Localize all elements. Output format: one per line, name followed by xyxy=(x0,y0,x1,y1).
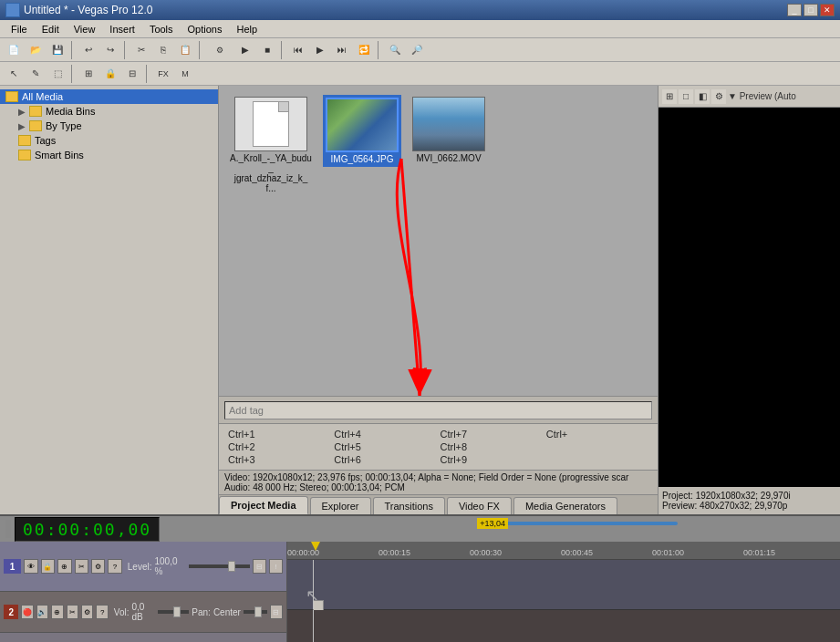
tabs-bar: Project Media Explorer Transitions Video… xyxy=(219,494,658,514)
menu-options[interactable]: Options xyxy=(181,22,230,36)
track-solo-video[interactable]: ! xyxy=(269,559,283,574)
track-btn-a5[interactable]: ⚙ xyxy=(81,605,93,619)
vol-value: 0,0 dB xyxy=(132,602,155,622)
shortcut-ctrl6[interactable]: Ctrl+6 xyxy=(332,453,438,466)
tab-media-generators[interactable]: Media Generators xyxy=(513,497,617,514)
menu-tools[interactable]: Tools xyxy=(142,22,181,36)
preview-tb-btn1[interactable]: ⊞ xyxy=(662,89,677,104)
render-btn[interactable]: ⚙ xyxy=(206,40,233,60)
play-btn[interactable]: ▶ xyxy=(310,40,330,60)
vol-thumb[interactable] xyxy=(173,606,181,617)
track-btn-v1[interactable]: 👁 xyxy=(24,559,37,574)
track-btn-v2[interactable]: 🔒 xyxy=(41,559,55,574)
cut-btn[interactable]: ✂ xyxy=(131,40,151,60)
level-slider[interactable] xyxy=(189,564,249,568)
max-button[interactable]: □ xyxy=(804,4,818,16)
redo-btn[interactable]: ↪ xyxy=(100,40,120,60)
media-content: A._Kroll_-_YA_budu_jgrat_dzhaz_iz_k_f...… xyxy=(219,86,658,514)
track-mute-video[interactable]: ⊟ xyxy=(253,559,266,574)
track-btn-v5[interactable]: ⚙ xyxy=(91,559,105,574)
track-btn-a6[interactable]: ? xyxy=(96,605,108,619)
loop-btn[interactable]: 🔁 xyxy=(354,40,374,60)
toolbar-1: 📄 📂 💾 ↩ ↪ ✂ ⎘ 📋 ⚙ ▶ ■ ⏮ ▶ ⏭ 🔁 🔍 🔎 xyxy=(0,38,840,62)
media-btn[interactable]: M xyxy=(175,64,195,84)
tab-transitions[interactable]: Transitions xyxy=(373,497,445,514)
stop-btn[interactable]: ■ xyxy=(257,40,277,60)
pan-thumb[interactable] xyxy=(254,606,262,617)
tree-item-media-bins[interactable]: ▶ Media Bins xyxy=(0,104,218,119)
vol-slider[interactable] xyxy=(158,610,190,614)
sidebar: All Media ▶ Media Bins ▶ By Type Tags Sm… xyxy=(0,86,219,514)
timeline-section: 00:00:00,00 +13,04 1 👁 🔒 ⊕ ✂ ⚙ ? Level: xyxy=(0,514,840,642)
media-file-2[interactable]: IMG_0564.JPG xyxy=(323,95,401,167)
grid-btn[interactable]: ⊟ xyxy=(122,64,142,84)
save-btn[interactable]: 💾 xyxy=(47,40,67,60)
tab-project-media[interactable]: Project Media xyxy=(219,496,308,514)
tree-item-smart-bins[interactable]: Smart Bins xyxy=(0,148,218,162)
menu-edit[interactable]: Edit xyxy=(35,22,67,36)
tab-explorer[interactable]: Explorer xyxy=(310,497,371,514)
track-btn-v6[interactable]: ? xyxy=(108,559,121,574)
new-btn[interactable]: 📄 xyxy=(4,40,24,60)
pan-slider[interactable] xyxy=(244,610,267,614)
track-btn-a4[interactable]: ✂ xyxy=(67,605,78,619)
tree-item-all-media[interactable]: All Media xyxy=(0,89,218,104)
shortcut-ctrl4[interactable]: Ctrl+4 xyxy=(332,428,438,440)
track-btn-a2[interactable]: 🔊 xyxy=(36,605,48,619)
snap-btn[interactable]: ⊞ xyxy=(78,64,99,84)
tree-item-tags[interactable]: Tags xyxy=(0,133,218,148)
shortcut-ctrl2[interactable]: Ctrl+2 xyxy=(226,440,332,453)
video-track-lane[interactable]: ↖ xyxy=(287,560,840,610)
menu-insert[interactable]: Insert xyxy=(102,22,142,36)
shortcut-ctrl7[interactable]: Ctrl+7 xyxy=(439,428,544,440)
thumb-video-container xyxy=(412,97,485,151)
open-btn[interactable]: 📂 xyxy=(26,40,46,60)
shortcut-ctrl3[interactable]: Ctrl+3 xyxy=(226,453,332,466)
edit-tool[interactable]: ✎ xyxy=(26,64,46,84)
track-btn-a1[interactable]: 🔴 xyxy=(21,605,33,619)
tab-video-fx[interactable]: Video FX xyxy=(447,497,512,514)
timeline-tracks[interactable]: ↖ xyxy=(287,560,840,642)
lock-btn[interactable]: 🔒 xyxy=(100,64,120,84)
zoom-out-btn[interactable]: 🔎 xyxy=(407,40,427,60)
track-btn-v4[interactable]: ✂ xyxy=(75,559,88,574)
media-tree: All Media ▶ Media Bins ▶ By Type Tags Sm… xyxy=(0,86,218,514)
track-btn-v3[interactable]: ⊕ xyxy=(57,559,71,574)
rewind-btn[interactable]: ⏮ xyxy=(288,40,308,60)
track-btn-a3[interactable]: ⊕ xyxy=(51,605,63,619)
fx-btn[interactable]: FX xyxy=(153,64,173,84)
tags-input[interactable] xyxy=(224,401,652,419)
sep4 xyxy=(281,41,285,59)
shortcut-ctrl5[interactable]: Ctrl+5 xyxy=(332,440,438,453)
media-file-3[interactable]: MVI_0662.MOV xyxy=(410,95,487,165)
shortcut-ctrl1[interactable]: Ctrl+1 xyxy=(226,428,332,440)
undo-btn[interactable]: ↩ xyxy=(78,40,99,60)
menu-file[interactable]: File xyxy=(4,22,35,36)
shortcut-ctrl9[interactable]: Ctrl+9 xyxy=(439,453,544,466)
min-button[interactable]: _ xyxy=(787,4,802,16)
svg-line-1 xyxy=(401,159,420,396)
forward-btn[interactable]: ⏭ xyxy=(332,40,352,60)
preview-btn[interactable]: ▶ xyxy=(235,40,255,60)
timeline-resize-handle[interactable] xyxy=(5,520,11,538)
preview-tb-btn3[interactable]: ◧ xyxy=(695,89,710,104)
shortcut-ctrl-plus[interactable]: Ctrl+ xyxy=(544,428,650,440)
menu-help[interactable]: Help xyxy=(229,22,264,36)
cursor-tool[interactable]: ↖ xyxy=(4,64,24,84)
preview-tb-btn4[interactable]: ⚙ xyxy=(711,89,726,104)
paste-btn[interactable]: 📋 xyxy=(175,40,195,60)
select-tool[interactable]: ⬚ xyxy=(47,64,67,84)
shortcut-ctrl8[interactable]: Ctrl+8 xyxy=(439,440,544,453)
zoom-in-btn[interactable]: 🔍 xyxy=(385,40,405,60)
level-value: 100,0 % xyxy=(155,556,187,576)
tree-item-by-type[interactable]: ▶ By Type xyxy=(0,119,218,133)
audio-track-lane[interactable] xyxy=(287,610,840,642)
preview-tb-btn2[interactable]: □ xyxy=(679,89,693,104)
ruler-mark-4: 00:01:00 xyxy=(652,548,684,557)
track-mute-audio[interactable]: ⊟ xyxy=(270,605,283,619)
media-file-1[interactable]: A._Kroll_-_YA_budu_jgrat_dzhaz_iz_k_f... xyxy=(228,95,314,195)
copy-btn[interactable]: ⎘ xyxy=(153,40,173,60)
menu-view[interactable]: View xyxy=(67,22,103,36)
close-button[interactable]: ✕ xyxy=(820,4,835,16)
level-thumb[interactable] xyxy=(228,561,235,572)
